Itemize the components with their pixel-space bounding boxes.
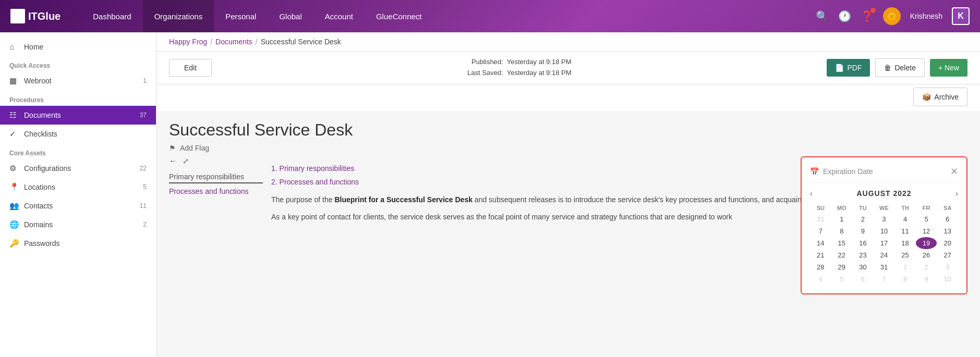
expand-icon[interactable]: ⤢ xyxy=(183,157,189,165)
calendar-day-2-6[interactable]: 20 xyxy=(937,237,958,249)
calendar-day-3-4[interactable]: 25 xyxy=(894,249,916,261)
sidebar-item-documents[interactable]: ☷ Documents 37 xyxy=(0,106,156,125)
calendar-day-3-0[interactable]: 21 xyxy=(810,249,831,261)
expiration-date-calendar: 📅 Expiration Date ✕ ‹ AUGUST 2022 › SU M… xyxy=(801,156,967,294)
nav-link-primary[interactable]: Primary responsibilities xyxy=(169,171,263,183)
toc-link-2[interactable]: Processes and functions xyxy=(280,178,359,186)
calendar-day-2-0[interactable]: 14 xyxy=(810,237,831,249)
calendar-day-5-0[interactable]: 4 xyxy=(810,273,831,285)
sidebar-item-webroot[interactable]: ▩ Webroot 1 xyxy=(0,71,156,90)
calendar-week-2: 14151617181920 xyxy=(810,237,958,249)
calendar-day-1-3[interactable]: 10 xyxy=(874,225,895,237)
calendar-day-0-4[interactable]: 4 xyxy=(894,213,916,225)
calendar-day-5-4[interactable]: 8 xyxy=(894,273,916,285)
last-saved-label: Last Saved: xyxy=(467,69,503,77)
calendar-day-2-1[interactable]: 15 xyxy=(831,237,853,249)
breadcrumb-org[interactable]: Happy Frog xyxy=(169,38,207,46)
user-avatar[interactable]: 🌞 xyxy=(883,7,901,25)
nav-organizations[interactable]: Organizations xyxy=(143,0,214,32)
calendar-day-4-4[interactable]: 1 xyxy=(894,261,916,273)
calendar-day-1-5[interactable]: 12 xyxy=(916,225,937,237)
add-flag-label: Add Flag xyxy=(180,144,209,152)
calendar-day-1-2[interactable]: 9 xyxy=(852,225,874,237)
sidebar-domains-label: Domains xyxy=(24,220,143,229)
sidebar-item-passwords[interactable]: 🔑 Passwords xyxy=(0,234,156,253)
calendar-day-4-1[interactable]: 29 xyxy=(831,261,853,273)
calendar-day-4-0[interactable]: 28 xyxy=(810,261,831,273)
new-button[interactable]: + New xyxy=(930,59,967,77)
cal-day-th: TH xyxy=(894,203,916,213)
calendar-day-0-6[interactable]: 6 xyxy=(937,213,958,225)
user-k-icon[interactable]: K xyxy=(952,7,970,25)
calendar-day-1-6[interactable]: 13 xyxy=(937,225,958,237)
search-icon[interactable]: 🔍 xyxy=(816,10,829,22)
calendar-day-0-2[interactable]: 2 xyxy=(852,213,874,225)
nav-glueconnect[interactable]: GlueConnect xyxy=(365,0,433,32)
history-icon[interactable]: 🕐 xyxy=(838,10,851,22)
top-section: Edit Published: Yesterday at 9:18 PM Las… xyxy=(156,52,980,112)
calendar-day-0-0[interactable]: 31 xyxy=(810,213,831,225)
calendar-day-1-4[interactable]: 11 xyxy=(894,225,916,237)
nav-dashboard[interactable]: Dashboard xyxy=(81,0,142,32)
nav-global[interactable]: Global xyxy=(268,0,313,32)
calendar-day-2-4[interactable]: 18 xyxy=(894,237,916,249)
calendar-day-1-0[interactable]: 7 xyxy=(810,225,831,237)
calendar-next-month[interactable]: › xyxy=(955,189,958,198)
calendar-day-4-2[interactable]: 30 xyxy=(852,261,874,273)
main-layout: ⌂ Home Quick Access ▩ Webroot 1 Procedur… xyxy=(0,32,980,357)
delete-button[interactable]: 🗑 Delete xyxy=(875,58,924,77)
calendar-day-0-1[interactable]: 1 xyxy=(831,213,853,225)
flag-icon: ⚑ xyxy=(169,144,176,152)
pdf-button[interactable]: 📄 PDF xyxy=(827,59,870,77)
calendar-day-5-1[interactable]: 5 xyxy=(831,273,853,285)
calendar-day-4-5[interactable]: 2 xyxy=(916,261,937,273)
calendar-day-3-5[interactable]: 26 xyxy=(916,249,937,261)
calendar-day-5-2[interactable]: 6 xyxy=(852,273,874,285)
calendar-day-1-1[interactable]: 8 xyxy=(831,225,853,237)
sidebar-configurations-label: Configurations xyxy=(24,164,140,173)
sidebar-item-contacts[interactable]: 👥 Contacts 11 xyxy=(0,196,156,215)
nav-account[interactable]: Account xyxy=(313,0,365,32)
last-saved-value: Yesterday at 9:18 PM xyxy=(507,69,572,77)
calendar-day-3-6[interactable]: 27 xyxy=(937,249,958,261)
calendar-day-5-6[interactable]: 10 xyxy=(937,273,958,285)
nav-personal[interactable]: Personal xyxy=(214,0,268,32)
sidebar-webroot-count: 1 xyxy=(143,77,147,84)
contacts-icon: 👥 xyxy=(9,201,19,211)
calendar-day-0-5[interactable]: 5 xyxy=(916,213,937,225)
calendar-day-3-2[interactable]: 23 xyxy=(852,249,874,261)
calendar-day-3-3[interactable]: 24 xyxy=(874,249,895,261)
calendar-day-4-6[interactable]: 3 xyxy=(937,261,958,273)
doc-left-nav: ← ⤢ Primary responsibilities Processes a… xyxy=(169,156,263,228)
calendar-day-5-3[interactable]: 7 xyxy=(874,273,895,285)
calendar-day-3-1[interactable]: 22 xyxy=(831,249,853,261)
sidebar-item-domains[interactable]: 🌐 Domains 2 xyxy=(0,215,156,234)
edit-button[interactable]: Edit xyxy=(169,59,212,77)
sidebar-item-locations[interactable]: 📍 Locations 5 xyxy=(0,178,156,196)
sidebar-section-quick-access: Quick Access xyxy=(0,56,156,71)
notification-bell[interactable]: ❓ xyxy=(861,10,874,22)
nav-link-processes[interactable]: Processes and functions xyxy=(169,186,263,197)
sidebar-item-checklists[interactable]: ✓ Checklists xyxy=(0,125,156,143)
toc-link-1[interactable]: Primary responsibilities xyxy=(280,164,355,173)
calendar-prev-month[interactable]: ‹ xyxy=(810,189,813,198)
calendar-day-2-5[interactable]: 19 xyxy=(916,237,937,249)
archive-icon: 📦 xyxy=(922,93,931,101)
breadcrumb-section[interactable]: Documents xyxy=(215,38,252,46)
archive-button[interactable]: 📦 Archive xyxy=(913,88,967,106)
breadcrumb: Happy Frog / Documents / Successful Serv… xyxy=(156,32,980,52)
sidebar-item-home[interactable]: ⌂ Home xyxy=(0,38,156,56)
add-flag-button[interactable]: ⚑ Add Flag xyxy=(156,140,980,156)
calendar-day-4-3[interactable]: 31 xyxy=(874,261,895,273)
logo[interactable]: ITGlue xyxy=(10,9,61,23)
calendar-close-button[interactable]: ✕ xyxy=(950,166,958,177)
calendar-day-2-3[interactable]: 17 xyxy=(874,237,895,249)
calendar-day-0-3[interactable]: 3 xyxy=(874,213,895,225)
nav-arrows: ← ⤢ xyxy=(169,156,263,166)
sidebar-item-configurations[interactable]: ⚙ Configurations 22 xyxy=(0,159,156,178)
back-arrow[interactable]: ← xyxy=(169,156,177,166)
user-name[interactable]: Krishnesh xyxy=(910,12,942,20)
calendar-day-2-2[interactable]: 16 xyxy=(852,237,874,249)
calendar-day-5-5[interactable]: 9 xyxy=(916,273,937,285)
calendar-icon: 📅 xyxy=(810,167,819,176)
